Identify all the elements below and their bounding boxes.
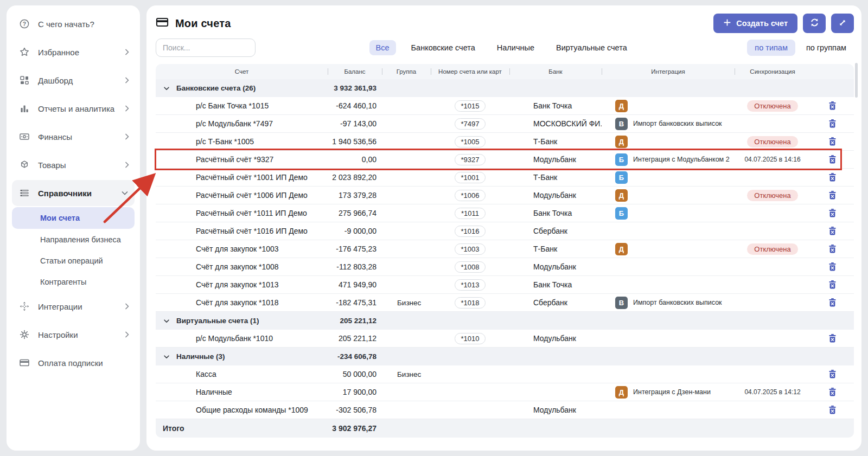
account-balance: 173 379,28 [328, 191, 382, 200]
account-balance: 50 000,00 [328, 370, 382, 378]
trash-icon [828, 333, 837, 343]
integration-text: Интеграция с Дзен-мани [633, 388, 711, 396]
create-account-button[interactable]: Создать счет [713, 14, 797, 33]
sync-timestamp: 04.07.2025 в 14:12 [744, 388, 800, 396]
chevron-down-icon [163, 353, 170, 361]
filter-tab-3[interactable]: Виртуальные счета [550, 40, 634, 55]
bank-name: МОСКОВСКИЙ ФИ... [509, 119, 602, 128]
delete-account-button[interactable] [826, 153, 839, 166]
sidebar-item-dashboard[interactable]: Дашборд [7, 66, 140, 94]
account-number-pill: *1003 [455, 243, 486, 255]
filter-tab-2[interactable]: Наличные [490, 40, 541, 55]
delete-account-button[interactable] [826, 99, 839, 112]
account-name: Расчётный счёт *1001 ИП Демо [156, 173, 328, 182]
delete-account-button[interactable] [826, 368, 839, 381]
sidebar-item-finance[interactable]: Финансы [7, 123, 140, 151]
sidebar-item-business-lines[interactable]: Направления бизнеса [7, 229, 140, 250]
sidebar-item-counterparties[interactable]: Контрагенты [7, 271, 140, 292]
delete-account-button[interactable] [826, 224, 839, 237]
scrollbar-thumb[interactable] [855, 63, 858, 98]
account-balance: -624 460,10 [328, 101, 382, 110]
sidebar-item-settings[interactable]: Настройки [7, 320, 140, 349]
group-header-row[interactable]: Наличные (3)-234 606,78 [156, 348, 854, 365]
account-row[interactable]: р/с Модульбанк *1010205 221,12*1010Модул… [156, 330, 854, 348]
account-row[interactable]: Общие расходы команды *1009-302 506,78Мо… [156, 401, 854, 419]
account-group: Бизнес [382, 370, 431, 378]
view-toggle-option-1[interactable]: по группам [799, 40, 854, 56]
delete-account-button[interactable] [826, 189, 839, 202]
sidebar-item-favorites[interactable]: Избранное [7, 38, 140, 66]
account-row[interactable]: р/с Т-Банк *10051 940 536,56*1005Т-БанкД… [156, 133, 854, 151]
sync-disabled-badge: Отключена [747, 243, 797, 255]
delete-account-button[interactable] [826, 386, 839, 399]
sidebar-item-operation-items[interactable]: Статьи операций [7, 250, 140, 271]
sidebar-item-directories[interactable]: Справочники [12, 180, 135, 206]
bank-name: Сбербанк [509, 298, 602, 307]
delete-account-button[interactable] [826, 296, 839, 309]
account-row[interactable]: Расчётный счёт *1001 ИП Демо2 023 892,20… [156, 169, 854, 187]
filter-tab-0[interactable]: Все [369, 40, 396, 55]
page-title: Мои счета [156, 16, 231, 31]
account-name: р/с Банк Точка *1015 [156, 101, 328, 110]
account-row[interactable]: Расчётный счёт *1006 ИП Демо173 379,28*1… [156, 187, 854, 204]
sidebar-item-reports[interactable]: Отчеты и аналитика [7, 94, 140, 123]
expand-button[interactable] [831, 14, 854, 33]
account-name: Расчётный счёт *1016 ИП Демо [156, 227, 328, 235]
delete-account-button[interactable] [826, 171, 839, 184]
account-row[interactable]: Расчётный счёт *93270,00*9327МодульбанкБ… [156, 151, 854, 169]
account-balance: -302 506,78 [328, 406, 382, 414]
delete-account-button[interactable] [826, 135, 839, 148]
search-input[interactable] [156, 38, 256, 57]
account-row[interactable]: Счёт для закупок *1018-182 475,31Бизнес*… [156, 294, 854, 312]
filter-tab-1[interactable]: Банковские счета [405, 40, 482, 55]
chevron-right-icon [123, 76, 131, 85]
account-name: р/с Модульбанк *1010 [156, 334, 328, 343]
sidebar-item-integrations[interactable]: Интеграции [7, 292, 140, 320]
account-row[interactable]: Расчётный счёт *1016 ИП Демо-9 000,00*10… [156, 222, 854, 240]
group-header-row[interactable]: Банковские счета (26)3 932 361,93 [156, 79, 854, 97]
bank-name: Модульбанк [509, 406, 602, 414]
delete-account-button[interactable] [826, 242, 839, 255]
delete-account-button[interactable] [826, 117, 839, 130]
delete-account-button[interactable] [826, 260, 839, 273]
account-row[interactable]: Расчётный счёт *1011 ИП Демо275 966,74*1… [156, 204, 854, 222]
column-header-7: Синхронизация [735, 68, 810, 75]
view-toggle-option-0[interactable]: по типам [747, 40, 795, 56]
delete-account-button[interactable] [826, 332, 839, 345]
account-number-pill: *1013 [455, 279, 486, 291]
sidebar-item-my-accounts[interactable]: Мои счета [12, 207, 135, 229]
delete-account-button[interactable] [826, 278, 839, 291]
account-row[interactable]: Счёт для закупок *1003-176 475,23*1003Т-… [156, 240, 854, 258]
account-number-pill: *1005 [455, 136, 486, 147]
group-header-row[interactable]: Виртуальные счета (1)205 221,12 [156, 312, 854, 330]
sidebar-item-start[interactable]: ?С чего начать? [7, 10, 140, 38]
account-row[interactable]: Счёт для закупок *1008-112 803,28*1008Мо… [156, 258, 854, 276]
plus-icon [723, 18, 731, 28]
integrations-icon [18, 301, 30, 312]
refresh-button[interactable] [803, 14, 826, 33]
help-icon: ? [18, 18, 30, 29]
dashboard-icon [18, 75, 30, 86]
account-row[interactable]: Наличные17 900,00ДИнтеграция с Дзен-мани… [156, 383, 854, 401]
account-balance: 1 940 536,56 [328, 137, 382, 146]
sidebar-item-subscription[interactable]: Оплата подписки [7, 349, 140, 377]
bank-name: Модульбанк [509, 334, 602, 343]
column-header-4: Номер счета или карт [431, 68, 509, 75]
trash-icon [828, 190, 837, 200]
integration-badge: Д [615, 136, 628, 148]
sidebar-item-products[interactable]: Товары [7, 151, 140, 179]
group-total: 205 221,12 [328, 317, 382, 325]
account-row[interactable]: Касса50 000,00Бизнес [156, 365, 854, 383]
delete-account-button[interactable] [826, 207, 839, 220]
sync-disabled-badge: Отключена [747, 136, 797, 147]
group-total: -234 606,78 [328, 352, 382, 361]
bank-name: Банк Точка [509, 101, 602, 110]
delete-account-button[interactable] [826, 403, 839, 416]
account-row[interactable]: Счёт для закупок *1013471 949,90*1013Бан… [156, 276, 854, 294]
sync-disabled-badge: Отключена [747, 100, 797, 112]
account-row[interactable]: р/с Модульбанк *7497-97 143,00*7497МОСКО… [156, 115, 854, 133]
trash-icon [828, 280, 837, 290]
column-header-1: Счет [156, 68, 328, 75]
integration-badge: Б [615, 171, 628, 184]
account-row[interactable]: р/с Банк Точка *1015-624 460,10*1015Банк… [156, 97, 854, 115]
